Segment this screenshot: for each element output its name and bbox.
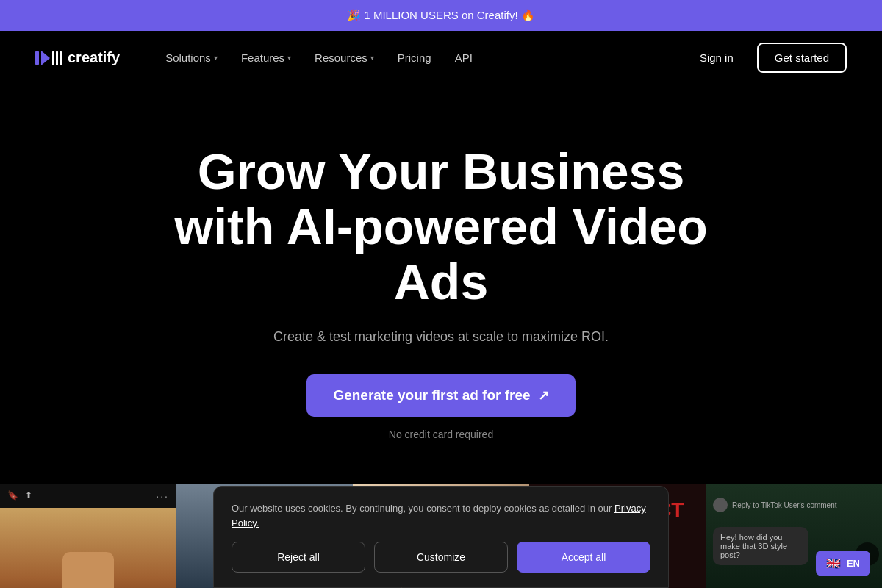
svg-rect-4 bbox=[60, 51, 62, 65]
more-icon: ··· bbox=[156, 490, 169, 502]
svg-rect-3 bbox=[56, 51, 58, 65]
customize-button[interactable]: Customize bbox=[374, 542, 508, 573]
video-card-1: 🔖 ⬆ ··· bbox=[0, 484, 176, 588]
logo-icon bbox=[35, 48, 62, 68]
logo-link[interactable]: creatify bbox=[35, 48, 120, 68]
nav-api[interactable]: API bbox=[445, 46, 483, 70]
no-credit-text: No credit card required bbox=[389, 429, 493, 440]
get-started-nav-button[interactable]: Get started bbox=[757, 43, 847, 73]
flag-icon: 🇬🇧 bbox=[826, 556, 841, 570]
cookie-text: Our website uses cookies. By continuing,… bbox=[232, 501, 650, 530]
person-figure-1 bbox=[62, 552, 114, 588]
card-icons-1: 🔖 ⬆ bbox=[7, 490, 37, 502]
solutions-chevron-icon: ▾ bbox=[214, 54, 218, 62]
chat-avatar bbox=[713, 498, 728, 512]
language-code: EN bbox=[847, 558, 860, 569]
reject-all-button[interactable]: Reject all bbox=[232, 542, 365, 573]
sign-in-button[interactable]: Sign in bbox=[688, 46, 745, 70]
nav-links: Solutions ▾ Features ▾ Resources ▾ Prici… bbox=[155, 46, 688, 70]
language-selector[interactable]: 🇬🇧 EN bbox=[816, 551, 870, 576]
nav-features[interactable]: Features ▾ bbox=[231, 46, 301, 70]
hero-subtitle: Create & test marketing videos at scale … bbox=[273, 329, 609, 345]
logo-text: creatify bbox=[68, 49, 120, 66]
resources-chevron-icon: ▾ bbox=[370, 54, 374, 62]
features-chevron-icon: ▾ bbox=[287, 54, 291, 62]
nav-solutions[interactable]: Solutions ▾ bbox=[155, 46, 228, 70]
chat-bubble: Hey! how did you make that 3D style post… bbox=[713, 527, 808, 565]
accept-all-button[interactable]: Accept all bbox=[517, 542, 650, 573]
cookie-buttons: Reject all Customize Accept all bbox=[232, 542, 650, 573]
svg-marker-1 bbox=[41, 51, 50, 65]
navbar: creatify Solutions ▾ Features ▾ Resource… bbox=[0, 31, 882, 85]
hero-section: Grow Your Business with AI-powered Video… bbox=[0, 85, 882, 484]
svg-rect-2 bbox=[52, 51, 54, 65]
bookmark-icon: 🔖 bbox=[7, 490, 19, 502]
arrow-icon: ↗ bbox=[538, 387, 549, 404]
svg-rect-0 bbox=[35, 51, 39, 65]
cta-generate-button[interactable]: Generate your first ad for free ↗ bbox=[306, 374, 575, 417]
chat-reply-text: Reply to TikTok User's comment bbox=[732, 501, 837, 509]
cookie-banner: Our website uses cookies. By continuing,… bbox=[213, 486, 669, 588]
share-icon: ⬆ bbox=[25, 490, 37, 502]
nav-resources[interactable]: Resources ▾ bbox=[304, 46, 384, 70]
card1-visual bbox=[0, 508, 176, 588]
card-topbar-1: 🔖 ⬆ ··· bbox=[0, 484, 176, 508]
nav-actions: Sign in Get started bbox=[688, 43, 847, 73]
banner-text: 🎉 1 MILLION USERS on Creatify! 🔥 bbox=[347, 9, 535, 21]
announcement-banner: 🎉 1 MILLION USERS on Creatify! 🔥 bbox=[0, 0, 882, 31]
hero-title: Grow Your Business with AI-powered Video… bbox=[140, 144, 742, 309]
nav-pricing[interactable]: Pricing bbox=[387, 46, 442, 70]
